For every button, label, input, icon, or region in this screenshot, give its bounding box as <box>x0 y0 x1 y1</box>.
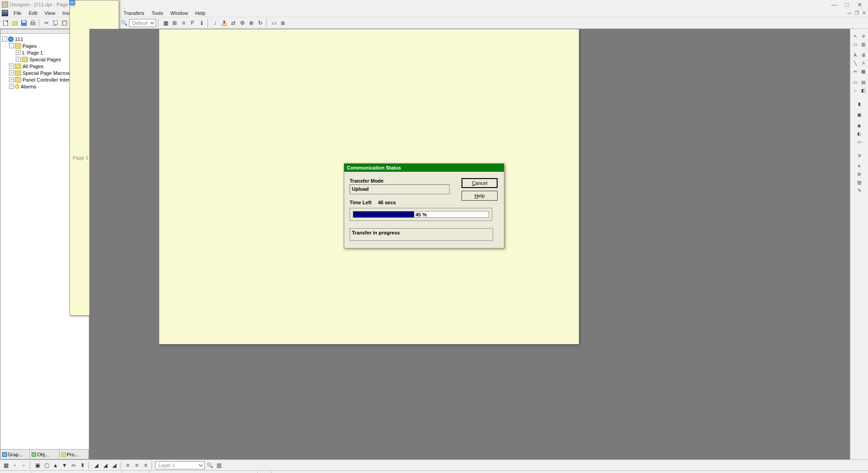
color2-icon[interactable]: ◢ <box>101 461 109 469</box>
zoom-in-icon[interactable]: 🔍 <box>120 19 128 27</box>
sidebar-tab-properties[interactable]: Pro... <box>60 450 89 459</box>
snap-icon[interactable]: ⊞ <box>171 19 179 27</box>
custom6-tool-icon[interactable]: ※ <box>856 152 863 159</box>
progress-container: 45 % <box>350 208 492 221</box>
flip-v-icon[interactable]: ⬍ <box>78 461 87 469</box>
mdi-close-button[interactable]: ✕ <box>861 10 867 16</box>
dotted-tool-icon[interactable]: ⁜ <box>860 32 867 40</box>
help-button[interactable]: Help <box>462 191 498 201</box>
text-tool-icon[interactable]: A <box>852 51 859 59</box>
status-bar: INS <box>0 470 868 473</box>
custom5-tool-icon[interactable]: ▭ <box>856 138 863 145</box>
ungroup-icon[interactable]: ▢ <box>42 461 51 469</box>
dialog-title: Communication Status <box>344 164 504 172</box>
upload-icon[interactable] <box>220 19 228 27</box>
menu-view[interactable]: View <box>41 9 59 17</box>
tree-expand-icon[interactable]: + <box>16 50 21 55</box>
grid-icon[interactable]: ▦ <box>162 19 170 27</box>
aleft-icon[interactable]: ≡ <box>124 461 132 469</box>
acenter-icon[interactable]: ≡ <box>133 461 141 469</box>
back-icon[interactable]: ▼ <box>60 461 69 469</box>
sidebar-tab-graphics[interactable]: Grap... <box>0 450 30 459</box>
window-maximize-button[interactable]: □ <box>844 1 850 8</box>
window-titlebar: Designer - [111.dpr : Page 1*] — □ ✕ <box>0 0 868 9</box>
group-icon[interactable]: ▣ <box>33 461 42 469</box>
layer-mgr-icon[interactable]: ▥ <box>215 461 223 469</box>
transfer-icon[interactable]: ⇄ <box>229 19 237 27</box>
pointer-tool-icon[interactable]: ↖ <box>852 32 859 40</box>
download-icon[interactable]: ↓ <box>211 19 219 27</box>
style-selector[interactable]: Default <box>129 19 156 27</box>
cancel-button[interactable]: Cancel <box>462 178 498 188</box>
line-tool-icon[interactable]: ╲ <box>852 60 859 67</box>
tool-a-icon[interactable]: ▭ <box>270 19 278 27</box>
disconnect-icon[interactable]: ⊗ <box>247 19 255 27</box>
chart-tool-icon[interactable]: ▥ <box>860 41 867 48</box>
ruler-icon[interactable]: ≡ <box>180 19 188 27</box>
color1-icon[interactable]: ◢ <box>92 461 100 469</box>
menu-transfers[interactable]: Transfers <box>120 9 148 17</box>
window-minimize-button[interactable]: — <box>831 1 837 8</box>
menu-tools[interactable]: Tools <box>148 9 167 17</box>
rectshape-tool-icon[interactable]: ▭ <box>852 78 859 86</box>
font-icon[interactable]: F <box>189 19 197 27</box>
custom4-tool-icon[interactable]: ◐ <box>856 130 863 137</box>
color3-icon[interactable]: ◢ <box>110 461 118 469</box>
tree-expand-icon[interactable]: + <box>9 70 14 75</box>
new-file-icon[interactable] <box>2 19 10 27</box>
tree-expand-icon[interactable]: + <box>9 64 14 69</box>
layers-tool-icon[interactable]: ▤ <box>860 78 867 86</box>
graph-tool-icon[interactable]: ▨ <box>856 179 863 186</box>
grid2-icon[interactable]: ▦ <box>2 461 10 469</box>
align1-icon[interactable]: ▫ <box>11 461 19 469</box>
mdi-restore-button[interactable]: ❐ <box>854 10 860 16</box>
tool-b-icon[interactable]: ≣ <box>279 19 287 27</box>
save-file-icon[interactable] <box>20 19 28 27</box>
menu-help[interactable]: Help <box>192 9 209 17</box>
menu-edit[interactable]: Edit <box>25 9 41 17</box>
tree-expand-icon[interactable]: - <box>2 37 7 41</box>
communication-status-dialog: Communication Status Transfer Mode Uploa… <box>344 163 504 248</box>
mdi-minimize-button[interactable]: — <box>846 10 853 16</box>
tree-expand-icon[interactable]: + <box>9 84 14 89</box>
aright-icon[interactable]: ≡ <box>142 461 150 469</box>
info-icon[interactable]: ℹ <box>198 19 206 27</box>
flip-h-icon[interactable]: ⬄ <box>69 461 78 469</box>
gear-tool-icon[interactable]: ⚙ <box>856 170 863 178</box>
obj-tool-icon[interactable]: ◧ <box>860 87 867 94</box>
custom2-tool-icon[interactable]: ▣ <box>856 111 863 118</box>
copy-icon[interactable] <box>51 19 60 27</box>
menu-file[interactable]: File <box>10 9 25 17</box>
paste-icon[interactable] <box>60 19 69 27</box>
tree-expand-icon[interactable]: + <box>16 57 21 62</box>
open-file-icon[interactable] <box>11 19 19 27</box>
custom1-tool-icon[interactable]: ▮ <box>856 100 863 107</box>
hline-tool-icon[interactable]: ═ <box>852 68 859 75</box>
pen-tool-icon[interactable]: ✎ <box>856 187 863 194</box>
time-left-value: 46 secs <box>378 200 396 205</box>
connect-icon[interactable]: ⚙ <box>238 19 246 27</box>
table-tool-icon[interactable]: ▦ <box>860 68 867 75</box>
tree-expand-icon[interactable]: - <box>9 43 14 48</box>
align2-icon[interactable]: ▫ <box>20 461 28 469</box>
rect-tool-icon[interactable]: ▭ <box>852 41 859 48</box>
layer-vis-icon[interactable]: 🔍 <box>206 461 214 469</box>
menu-window[interactable]: Window <box>167 9 192 17</box>
mdi-app-icon <box>2 10 8 16</box>
progress-fill <box>353 211 414 217</box>
print-icon[interactable] <box>29 19 37 27</box>
main-toolbar: ✂ ↶ ↷ Page 1 🔍 🔍 Default ▦ ⊞ ≡ F ℹ ↓ ⇄ ⚙… <box>0 17 868 29</box>
layer-selector[interactable]: Layer 1 <box>155 461 205 469</box>
list-tool-icon[interactable]: ≣ <box>860 51 867 59</box>
sun-tool-icon[interactable]: ☀ <box>856 162 863 170</box>
front-icon[interactable]: ▲ <box>51 461 60 469</box>
window-close-button[interactable]: ✕ <box>856 1 863 8</box>
custom3-tool-icon[interactable]: ◉ <box>856 122 863 129</box>
tree-expand-icon[interactable]: + <box>9 77 14 82</box>
design-canvas-area: Communication Status Transfer Mode Uploa… <box>89 29 850 459</box>
sidebar-tab-objects[interactable]: Obj... <box>30 450 59 459</box>
ellipse-tool-icon[interactable]: ○ <box>852 87 859 94</box>
refresh-icon[interactable]: ↻ <box>256 19 264 27</box>
cut-icon[interactable]: ✂ <box>42 19 51 27</box>
textarea-tool-icon[interactable]: 𝐴 <box>860 60 867 67</box>
